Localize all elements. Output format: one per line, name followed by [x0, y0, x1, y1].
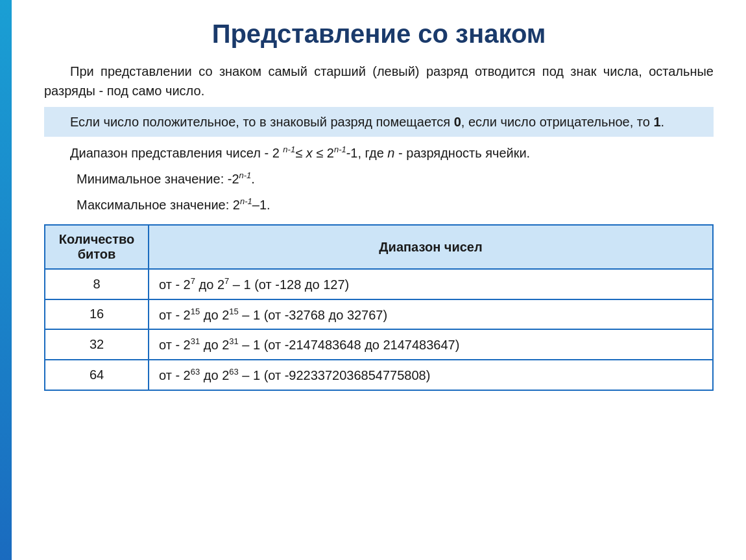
table-row: 16 от - 215 до 215 – 1 (от -32768 до 327…: [45, 299, 713, 330]
bits-8: 8: [45, 269, 149, 299]
range-table: Количество битов Диапазон чисел 8 от - 2…: [44, 224, 714, 391]
page-title: Представление со знаком: [44, 19, 714, 49]
bits-32: 32: [45, 329, 149, 360]
table-row: 32 от - 231 до 231 – 1 (от -2147483648 д…: [45, 329, 713, 360]
bits-64: 64: [45, 360, 149, 390]
paragraph-3: Диапазон представления чисел - 2 n-1≤ x …: [44, 143, 714, 163]
main-content: Представление со знаком При представлени…: [12, 0, 746, 560]
max-value: Максимальное значение: 2n-1–1.: [77, 195, 714, 215]
paragraph-1: При представлении со знаком самый старши…: [44, 62, 714, 100]
min-value: Минимальное значение: -2n-1.: [77, 169, 714, 189]
bits-16: 16: [45, 299, 149, 330]
col1-header: Количество битов: [45, 225, 149, 269]
value-list: Минимальное значение: -2n-1. Максимально…: [77, 169, 714, 215]
range-8: от - 27 до 27 – 1 (от -128 до 127): [149, 269, 713, 299]
col2-header: Диапазон чисел: [149, 225, 713, 269]
range-32: от - 231 до 231 – 1 (от -2147483648 до 2…: [149, 329, 713, 360]
table-row: 64 от - 263 до 263 – 1 (от -922337203685…: [45, 360, 713, 390]
left-accent-bar: [0, 0, 12, 560]
range-64: от - 263 до 263 – 1 (от -922337203685477…: [149, 360, 713, 390]
table-row: 8 от - 27 до 27 – 1 (от -128 до 127): [45, 269, 713, 299]
range-16: от - 215 до 215 – 1 (от -32768 до 32767): [149, 299, 713, 330]
highlighted-block: Если число положительное, то в знаковый …: [44, 107, 714, 137]
paragraph-2: Если число положительное, то в знаковый …: [44, 112, 714, 132]
